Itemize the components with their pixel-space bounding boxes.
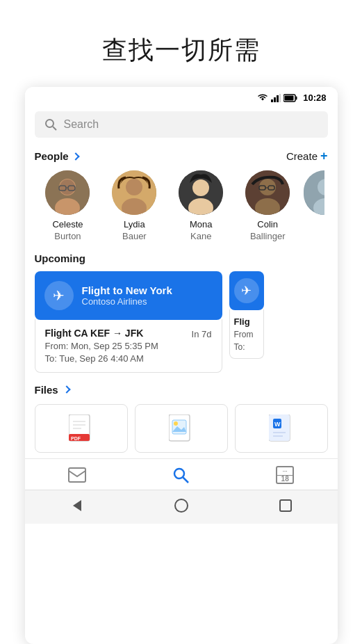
- svg-point-23: [259, 179, 276, 195]
- svg-rect-0: [271, 99, 273, 102]
- files-header[interactable]: Files: [35, 384, 328, 396]
- nav-mail[interactable]: [68, 467, 86, 483]
- flight-to-time: To: Tue, Sep 26 4:40 AM: [45, 353, 158, 364]
- flight-block-main: ✈ Flight to New York Contoso Airlines Fl…: [35, 271, 222, 373]
- files-row: PDF: [35, 404, 328, 453]
- svg-text:W: W: [274, 421, 281, 428]
- people-section-title[interactable]: People: [35, 150, 79, 162]
- flight-card-partial[interactable]: ✈ Flig From To:: [229, 271, 264, 373]
- person-celeste[interactable]: Celeste Burton: [35, 170, 101, 241]
- svg-line-48: [183, 477, 189, 483]
- flight-cards-wrapper: ✈ Flight to New York Contoso Airlines Fl…: [35, 271, 328, 373]
- files-title: Files: [35, 384, 58, 396]
- android-recent-btn[interactable]: [277, 497, 294, 514]
- battery-icon: [283, 94, 297, 102]
- avatar-partial: [304, 170, 324, 215]
- upcoming-title: Upcoming: [35, 252, 328, 264]
- svg-rect-6: [285, 95, 294, 100]
- svg-rect-3: [279, 94, 281, 102]
- flight-partial-to: To:: [234, 342, 245, 352]
- create-action[interactable]: Create +: [286, 149, 328, 163]
- people-chevron-icon: [72, 152, 79, 160]
- android-home-btn[interactable]: [173, 497, 190, 514]
- svg-point-47: [174, 469, 184, 478]
- status-bar: 10:28: [25, 87, 338, 106]
- svg-point-50: [175, 499, 188, 512]
- flight-from-time: From: Mon, Sep 25 5:35 PM: [45, 341, 158, 351]
- search-icon: [44, 118, 57, 131]
- plane-icon: ✈: [53, 287, 65, 304]
- svg-rect-5: [296, 96, 297, 99]
- person-mona[interactable]: Mona Kane: [167, 170, 234, 241]
- upcoming-section: Upcoming ✈ Flight to New York Contoso Ai…: [25, 252, 338, 373]
- bottom-nav: ··· 18: [25, 458, 338, 490]
- flight-partial-text: Flig: [234, 316, 250, 327]
- file-card-word[interactable]: W: [235, 404, 328, 453]
- flight-detail-left: Flight CA KEF → JFK From: Mon, Sep 25 5:…: [45, 328, 158, 364]
- person-celeste-first: Celeste: [52, 219, 83, 231]
- flight-detail-card[interactable]: Flight CA KEF → JFK From: Mon, Sep 25 5:…: [35, 319, 222, 373]
- svg-point-39: [174, 421, 178, 426]
- svg-point-7: [46, 120, 54, 127]
- avatar-colin: [245, 170, 290, 215]
- status-time: 10:28: [303, 92, 326, 103]
- svg-line-8: [53, 127, 56, 130]
- svg-marker-49: [73, 500, 81, 511]
- avatar-celeste: [45, 170, 90, 215]
- back-icon: [70, 499, 84, 513]
- flight-days: In 7d: [192, 329, 212, 339]
- mail-icon: [68, 467, 86, 483]
- svg-rect-1: [274, 97, 276, 102]
- person-partial[interactable]: [301, 170, 327, 241]
- file-card-image[interactable]: [135, 404, 228, 453]
- signal-icon: [271, 94, 281, 102]
- word-icon: W: [269, 414, 294, 442]
- page-title: 查找一切所需: [102, 33, 261, 67]
- android-nav-bar: [25, 490, 338, 524]
- flight-title: Flight to New York: [82, 284, 172, 296]
- search-bar[interactable]: Search: [35, 111, 328, 138]
- wifi-icon: [257, 94, 268, 102]
- svg-rect-2: [277, 95, 279, 102]
- nav-search[interactable]: [172, 467, 189, 483]
- search-nav-icon: [172, 467, 189, 483]
- svg-text:PDF: PDF: [71, 436, 81, 441]
- avatar-lydia: [112, 170, 156, 215]
- svg-rect-51: [280, 500, 291, 511]
- person-lydia-last: Bauer: [122, 231, 147, 241]
- files-chevron-icon: [63, 386, 70, 394]
- file-card-pdf[interactable]: PDF: [35, 404, 128, 453]
- create-plus-icon: +: [320, 149, 328, 163]
- svg-rect-46: [69, 468, 85, 482]
- person-mona-first: Mona: [190, 219, 213, 231]
- flight-card[interactable]: ✈ Flight to New York Contoso Airlines: [35, 271, 222, 320]
- people-row: Celeste Burton Lydia Bauer: [25, 170, 338, 252]
- files-section: Files PDF: [25, 373, 338, 458]
- flight-route: Flight CA KEF → JFK: [45, 328, 158, 339]
- person-lydia-first: Lydia: [124, 219, 145, 231]
- svg-point-12: [60, 179, 75, 195]
- pdf-icon: PDF: [69, 414, 94, 442]
- home-icon: [174, 498, 189, 513]
- avatar-mona: [179, 170, 223, 215]
- person-colin-first: Colin: [257, 219, 278, 231]
- flight-icon-circle: ✈: [44, 281, 74, 310]
- image-icon: [169, 414, 194, 442]
- flight-partial-from: From: [234, 330, 254, 339]
- person-colin-last: Ballinger: [250, 231, 286, 241]
- recent-icon: [279, 499, 292, 512]
- android-back-btn[interactable]: [69, 497, 85, 514]
- svg-point-17: [126, 179, 142, 195]
- svg-point-20: [192, 179, 209, 196]
- status-icons: 10:28: [257, 92, 326, 103]
- person-mona-last: Kane: [190, 231, 211, 241]
- calendar-icon: ··· 18: [276, 466, 294, 484]
- person-lydia[interactable]: Lydia Bauer: [101, 170, 167, 241]
- flight-airline: Contoso Airlines: [82, 296, 172, 307]
- person-colin[interactable]: Colin Ballinger: [234, 170, 301, 241]
- phone-frame: 10:28 Search People Create +: [25, 87, 338, 644]
- people-section-header: People Create +: [25, 138, 338, 170]
- flight-info: Flight to New York Contoso Airlines: [82, 284, 172, 307]
- person-celeste-last: Burton: [54, 231, 81, 241]
- nav-calendar[interactable]: ··· 18: [276, 466, 294, 484]
